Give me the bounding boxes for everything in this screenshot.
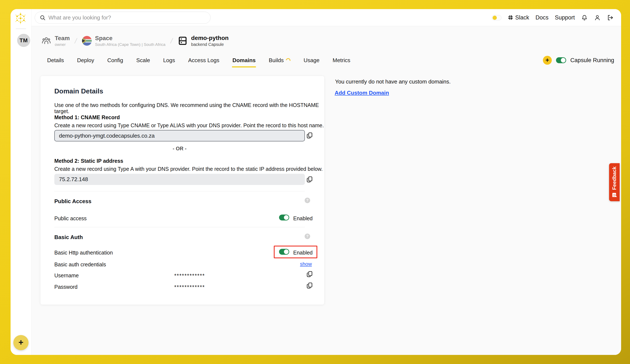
slack-link[interactable]: Slack	[508, 14, 529, 21]
card-intro: Use one of the two methods for configuri…	[54, 102, 324, 114]
static-ip-field: 75.2.72.148	[54, 174, 305, 185]
public-access-help-icon[interactable]	[305, 198, 310, 203]
card-title: Domain Details	[54, 87, 103, 95]
docs-label: Docs	[536, 14, 548, 21]
method2-desc: Create a new record using Type A with yo…	[54, 166, 322, 172]
search-icon	[40, 14, 46, 21]
search-input[interactable]	[48, 14, 206, 21]
support-link[interactable]: Support	[555, 14, 575, 21]
avatar[interactable]: TM	[17, 34, 30, 47]
tab-usage[interactable]: Usage	[304, 57, 320, 68]
docs-link[interactable]: Docs	[536, 14, 548, 21]
method1-title: Method 1: CNAME Record	[54, 114, 120, 120]
feedback-tab[interactable]: Feedback	[609, 163, 620, 201]
breadcrumb-capsule[interactable]: demo-python backend Capsule	[178, 35, 228, 47]
team-label: Team	[55, 35, 70, 42]
capsule-running-toggle[interactable]	[556, 57, 566, 63]
topbar: Slack Docs Support	[32, 9, 621, 26]
public-access-title: Public Access	[54, 198, 91, 204]
breadcrumb-separator: /	[170, 37, 173, 45]
copy-ip-button[interactable]	[306, 175, 314, 184]
public-access-status: Enabled	[293, 216, 313, 222]
show-credentials-link[interactable]: show	[300, 261, 312, 267]
public-access-toggle[interactable]	[279, 214, 289, 220]
slack-icon	[508, 15, 514, 20]
capsule-status-label: Capsule Running	[570, 57, 614, 64]
main-area: Team owner /	[32, 26, 621, 355]
builds-spinner-icon	[285, 57, 292, 64]
tab-access-logs[interactable]: Access Logs	[188, 57, 219, 68]
password-masked-value: ************	[174, 284, 205, 290]
basic-auth-status: Enabled	[293, 250, 313, 256]
tab-scale[interactable]: Scale	[136, 57, 150, 68]
password-label: Password	[54, 284, 78, 290]
theme-toggle-knob	[492, 16, 497, 20]
add-button[interactable]	[543, 56, 552, 65]
add-new-fab-button[interactable]	[13, 335, 28, 350]
basic-auth-help-icon[interactable]	[305, 234, 310, 239]
domain-details-card: Domain Details Use one of the two method…	[40, 76, 324, 305]
tab-metrics[interactable]: Metrics	[332, 57, 350, 68]
logout-icon[interactable]	[607, 14, 614, 21]
app-window: TM	[10, 9, 621, 355]
capsule-status: Capsule Running	[543, 56, 614, 65]
theme-toggle[interactable]	[492, 15, 502, 20]
copy-hostname-button[interactable]	[306, 131, 314, 140]
toggle-knob	[284, 250, 288, 254]
toggle-knob	[561, 58, 566, 62]
notifications-bell-icon[interactable]	[581, 14, 588, 21]
account-person-icon[interactable]	[594, 14, 600, 21]
basic-auth-toggle[interactable]	[279, 249, 289, 255]
username-masked-value: ************	[174, 272, 205, 279]
sidebar-divider	[16, 28, 26, 29]
toggle-knob	[284, 215, 288, 220]
south-africa-flag-icon	[82, 36, 92, 46]
basic-auth-title: Basic Auth	[54, 234, 83, 240]
slack-label: Slack	[515, 14, 529, 21]
tab-builds[interactable]: Builds	[269, 57, 290, 68]
feedback-smiley-icon	[612, 192, 617, 198]
section-divider	[54, 227, 305, 227]
search-bar[interactable]	[35, 12, 210, 24]
copy-username-button[interactable]	[306, 270, 314, 278]
support-label: Support	[555, 14, 575, 21]
feedback-label: Feedback	[612, 166, 617, 190]
codecapsules-logo-icon[interactable]	[14, 12, 27, 24]
hostname-field[interactable]	[54, 130, 305, 142]
breadcrumb: Team owner /	[41, 35, 228, 47]
public-access-row-label: Public access	[54, 216, 87, 222]
topbar-actions: Slack Docs Support	[492, 9, 614, 26]
tab-domains[interactable]: Domains	[232, 57, 256, 68]
copy-password-button[interactable]	[306, 281, 314, 290]
breadcrumb-separator: /	[74, 37, 78, 45]
section-divider	[54, 191, 305, 191]
breadcrumb-team[interactable]: Team owner	[41, 35, 70, 47]
tab-logs[interactable]: Logs	[163, 57, 175, 68]
method2-title: Method 2: Static IP address	[54, 158, 123, 164]
basic-http-auth-label: Basic Http authentication	[54, 250, 113, 256]
capsule-tabs: Details Deploy Config Scale Logs Access …	[47, 57, 350, 68]
custom-domains-empty-text: You currently do not have any custom dom…	[335, 78, 451, 85]
credentials-label: Basic auth credentials	[54, 262, 106, 268]
add-custom-domain-link[interactable]: Add Custom Domain	[335, 90, 389, 96]
capsule-type: backend Capsule	[191, 42, 228, 47]
or-divider: - OR -	[54, 146, 305, 152]
tab-config[interactable]: Config	[107, 57, 123, 68]
screen: TM	[0, 0, 630, 364]
space-region: South Africa (Cape Town) | South Africa	[95, 42, 166, 47]
tab-deploy[interactable]: Deploy	[77, 57, 94, 68]
hostname-input[interactable]	[55, 130, 304, 141]
username-label: Username	[54, 272, 79, 278]
capsule-icon	[178, 36, 188, 46]
team-icon	[41, 36, 51, 46]
breadcrumb-space[interactable]: Space South Africa (Cape Town) | South A…	[82, 35, 166, 47]
tab-details[interactable]: Details	[47, 57, 64, 68]
capsule-name: demo-python	[191, 35, 228, 42]
team-role: owner	[55, 42, 70, 47]
space-label: Space	[95, 35, 166, 42]
static-ip-value: 75.2.72.148	[59, 176, 88, 183]
sidebar: TM	[10, 9, 32, 355]
method1-desc: Create a new record using Type CNAME or …	[54, 122, 324, 128]
